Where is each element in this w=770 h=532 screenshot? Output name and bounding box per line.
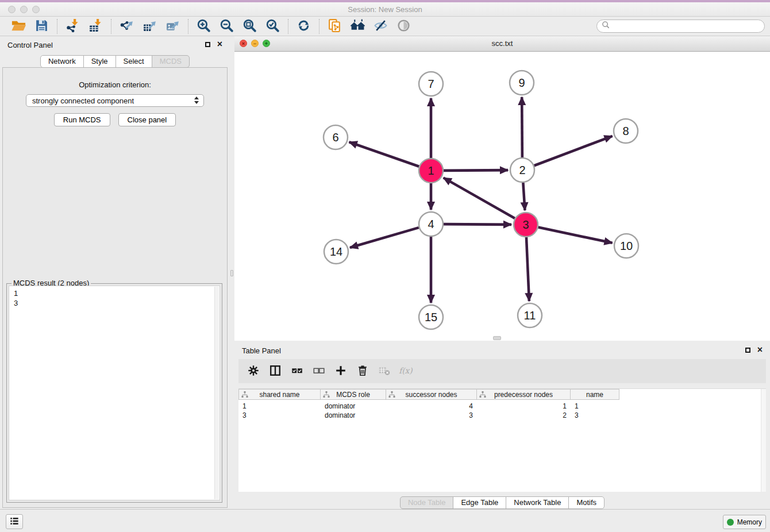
run-mcds-button[interactable]: Run MCDS — [54, 113, 110, 126]
graph-edge-1-2[interactable] — [444, 170, 508, 171]
criterion-select[interactable]: strongly connected component — [26, 94, 204, 107]
control-panel: Control Panel × NetworkStyleSelectMCDS O… — [0, 36, 230, 509]
table-cell[interactable]: 2 — [477, 411, 571, 420]
table-cell[interactable]: 1 — [238, 402, 321, 411]
splitter-grip-icon[interactable] — [230, 270, 233, 276]
network-minimize-button[interactable]: − — [251, 40, 259, 47]
deselect-all-button[interactable] — [311, 364, 326, 379]
table-row[interactable]: 1dominator411 — [238, 402, 766, 411]
network-close-button[interactable]: × — [240, 40, 247, 47]
tab-select[interactable]: Select — [116, 55, 152, 68]
network-window-titlebar[interactable]: × − + scc.txt — [234, 36, 770, 52]
export-network-button[interactable] — [117, 18, 137, 35]
column-header-MCDS-role[interactable]: MCDS role — [321, 389, 386, 400]
hide-selected-button[interactable] — [371, 18, 391, 35]
table-cell[interactable]: 3 — [386, 411, 477, 420]
column-header-name[interactable]: name — [571, 389, 619, 400]
network-window-title: scc.txt — [234, 36, 770, 51]
mcds-result-group: MCDS result (2 nodes) 13 — [6, 283, 222, 503]
table-row[interactable]: 3dominator323 — [238, 411, 766, 420]
table-cell[interactable]: 1 — [571, 402, 619, 411]
zoom-selected-button[interactable] — [263, 18, 283, 35]
select-all-button[interactable] — [290, 364, 305, 379]
search-box[interactable] — [596, 20, 765, 33]
refresh-button[interactable] — [294, 18, 314, 35]
window-title: Session: New Session — [0, 5, 770, 14]
settings-gear-button[interactable] — [246, 364, 261, 379]
column-header-predecessor-nodes[interactable]: predecessor nodes — [477, 389, 571, 400]
task-history-button[interactable] — [6, 514, 23, 529]
tab-mcds[interactable]: MCDS — [152, 55, 190, 68]
add-column-button[interactable] — [333, 364, 348, 379]
mcds-tab-content: Optimization criterion: strongly connect… — [2, 67, 228, 508]
mcds-result-list[interactable]: 13 — [9, 286, 220, 500]
table-scrollbar[interactable] — [761, 389, 766, 492]
column-layout-button[interactable] — [268, 364, 283, 379]
graph-node-label: 7 — [428, 78, 434, 90]
application-window: Session: New Session Control Panel × Net… — [0, 0, 770, 532]
memory-status-icon — [727, 519, 734, 526]
memory-button[interactable]: Memory — [723, 515, 766, 529]
graph-edge-4-3[interactable] — [444, 224, 511, 225]
home-icon — [350, 18, 365, 34]
clone-network-button[interactable] — [325, 18, 345, 35]
table-cell[interactable]: 1 — [477, 402, 571, 411]
close-panel-button[interactable]: Close panel — [118, 113, 176, 126]
tab-style[interactable]: Style — [83, 55, 116, 68]
export-image-button[interactable] — [163, 18, 183, 35]
float-panel-icon[interactable] — [205, 42, 210, 47]
graph-edge-2-9[interactable] — [522, 97, 522, 157]
select-all-icon — [291, 364, 303, 379]
column-type-tree-icon — [479, 391, 486, 399]
titlebar: Session: New Session — [0, 0, 770, 17]
graph-edge-3-10[interactable] — [538, 228, 613, 243]
graph-edge-2-8[interactable] — [534, 136, 613, 165]
select-stepper-icon — [194, 97, 199, 104]
export-table-button[interactable] — [140, 18, 160, 35]
graph-edge-3-1[interactable] — [444, 178, 515, 218]
horizontal-splitter-grip-icon[interactable] — [493, 336, 501, 340]
network-graph[interactable]: 7968124314101511 — [234, 51, 770, 341]
home-button[interactable] — [348, 18, 368, 35]
zoom-in-button[interactable] — [194, 18, 214, 35]
graph-edge-1-6[interactable] — [349, 142, 419, 166]
table-cell[interactable]: 3 — [238, 411, 321, 420]
vertical-splitter[interactable] — [230, 36, 234, 509]
column-header-label: predecessor nodes — [494, 391, 553, 399]
control-panel-header: Control Panel × — [0, 36, 230, 53]
close-panel-icon[interactable]: × — [217, 41, 222, 47]
zoom-fit-button[interactable] — [240, 18, 260, 35]
graph-edge-4-14[interactable] — [350, 228, 419, 248]
close-table-panel-icon[interactable]: × — [757, 347, 763, 353]
search-input[interactable] — [613, 22, 764, 31]
table-cell[interactable]: dominator — [321, 402, 386, 411]
open-session-button[interactable] — [9, 18, 29, 35]
open-session-icon — [11, 18, 26, 34]
graph-edge-2-3[interactable] — [523, 183, 525, 210]
save-session-button[interactable] — [32, 18, 52, 35]
zoom-out-button[interactable] — [217, 18, 237, 35]
result-scrollbar[interactable] — [214, 287, 219, 499]
table-cell[interactable]: 3 — [571, 411, 619, 420]
zoom-out-icon — [219, 18, 234, 34]
column-header-successor-nodes[interactable]: successor nodes — [386, 389, 477, 400]
network-canvas[interactable]: 7968124314101511 — [234, 51, 770, 341]
column-type-tree-icon — [323, 391, 330, 399]
table-cell[interactable]: dominator — [321, 411, 386, 420]
import-network-button[interactable] — [63, 18, 83, 35]
tab-edge-table[interactable]: Edge Table — [453, 496, 506, 509]
column-header-shared-name[interactable]: shared name — [238, 389, 321, 400]
table-cell[interactable]: 4 — [386, 402, 477, 411]
export-network-icon — [119, 18, 134, 34]
import-table-button[interactable] — [86, 18, 106, 35]
tab-motifs[interactable]: Motifs — [568, 496, 605, 509]
tab-network-table[interactable]: Network Table — [506, 496, 569, 509]
tab-network[interactable]: Network — [40, 55, 84, 68]
graph-edge-3-11[interactable] — [526, 237, 529, 301]
delete-column-button[interactable] — [355, 364, 370, 379]
float-table-panel-icon[interactable] — [745, 348, 750, 353]
show-all-button[interactable] — [394, 18, 414, 35]
column-header-label: name — [586, 391, 603, 399]
network-maximize-button[interactable]: + — [263, 40, 270, 47]
tab-node-table[interactable]: Node Table — [400, 496, 454, 509]
